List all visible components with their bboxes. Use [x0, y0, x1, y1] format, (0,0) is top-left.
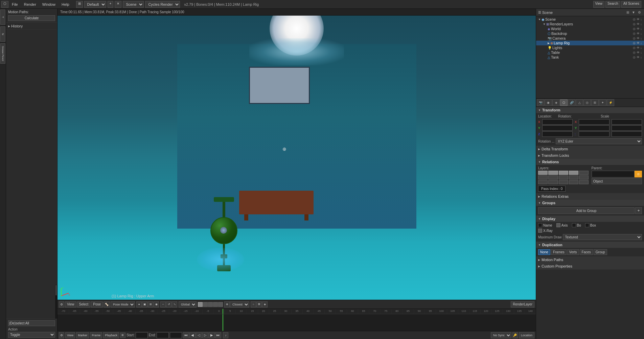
prop-tab-texture[interactable]: ⊞: [591, 99, 599, 106]
pose-icon[interactable]: 🦴: [104, 301, 110, 308]
deselect-button[interactable]: (De)select All: [8, 320, 55, 326]
pass-index-btn[interactable]: Pass Index:: 0: [538, 186, 566, 192]
play-reverse-btn[interactable]: ◁: [196, 332, 202, 338]
menu-help[interactable]: Help: [59, 2, 72, 7]
jump-end-btn[interactable]: ⏭: [215, 332, 221, 338]
transform-orientation-select[interactable]: Global: [179, 301, 197, 308]
table-render-icon[interactable]: ◎: [633, 51, 636, 54]
viewport-canvas[interactable]: ⊕ (1) Lamp Rig : Upper Arm X Y: [58, 16, 536, 300]
marker-btn[interactable]: Marker: [76, 332, 89, 338]
layer-11[interactable]: [538, 180, 548, 184]
scale-y-input[interactable]: 0.509: [612, 125, 642, 131]
frame-btn[interactable]: Frame: [90, 332, 102, 338]
options-tab[interactable]: N: [0, 26, 5, 42]
menu-file[interactable]: File: [9, 2, 21, 7]
viewport-persp-icon[interactable]: ●: [136, 301, 142, 308]
layer-btn-3[interactable]: [208, 302, 213, 307]
layer-btn-4[interactable]: [213, 302, 218, 307]
end-frame-input[interactable]: 120: [157, 332, 169, 338]
snap-mode-select[interactable]: Closest: [230, 301, 249, 308]
layer-10[interactable]: [579, 175, 589, 179]
prop-tab-scene[interactable]: ◉: [545, 99, 552, 106]
calculate-button[interactable]: Calculate: [8, 15, 55, 21]
location-y-input[interactable]: 0.000: [542, 125, 573, 131]
prop-tab-constraints[interactable]: 🔗: [568, 99, 575, 106]
layer-btn-5[interactable]: [218, 302, 223, 307]
prop-tab-material[interactable]: ◎: [583, 99, 591, 106]
outliner-options-icon[interactable]: ⚙: [637, 10, 642, 15]
world-vis-icon[interactable]: 👁: [637, 27, 640, 30]
menu-window[interactable]: Window: [40, 2, 58, 7]
prop-tab-physics[interactable]: ⚡: [607, 99, 614, 106]
box-checkbox[interactable]: [585, 223, 589, 227]
timeline-body[interactable]: [58, 314, 536, 331]
menu-render[interactable]: Render: [21, 2, 39, 7]
rotation-z-input[interactable]: -270°: [579, 131, 609, 137]
rl-vis-icon[interactable]: 👁: [637, 22, 640, 26]
scale-z-input[interactable]: 0.509: [612, 131, 642, 137]
timeline-settings-icon[interactable]: ⚙: [59, 332, 64, 338]
name-checkbox[interactable]: [538, 223, 542, 227]
layer-14[interactable]: [569, 180, 578, 184]
table-vis-icon[interactable]: 👁: [637, 51, 640, 54]
add-group-plus-btn[interactable]: +: [635, 207, 642, 214]
rotate-icon[interactable]: ↺: [166, 301, 171, 308]
play-btn[interactable]: ▷: [202, 332, 208, 338]
dup-verts-btn[interactable]: Verts: [567, 249, 579, 255]
select-button[interactable]: Select: [77, 301, 91, 308]
mode-select[interactable]: Pose Mode: [111, 301, 135, 308]
location-x-input[interactable]: 0.000: [542, 119, 573, 125]
view-icon[interactable]: View: [593, 1, 605, 8]
scroll-thumb[interactable]: [55, 285, 57, 295]
camera-vis-icon[interactable]: 👁: [637, 37, 640, 40]
next-frame-btn[interactable]: ▶: [209, 332, 215, 338]
view-button[interactable]: View: [65, 301, 76, 308]
lights-sel-icon[interactable]: ↓: [641, 46, 642, 49]
layer-3[interactable]: [559, 171, 568, 175]
backdrop-render-icon[interactable]: ◎: [633, 32, 636, 35]
lamprig-vis-icon[interactable]: 👁: [637, 41, 640, 45]
tree-item-scene[interactable]: ▼ ◉ Scene ◎ 👁 ↓: [536, 17, 644, 22]
mirror-icon[interactable]: ⌘: [256, 301, 262, 308]
screen-layout-icon[interactable]: ⊞: [76, 1, 83, 8]
tank-render-icon[interactable]: ◎: [633, 56, 636, 59]
scene-sel-icon[interactable]: ↓: [641, 18, 642, 21]
tree-item-world[interactable]: ◈ World ◎ 👁 ↓: [536, 26, 644, 31]
tree-item-camera[interactable]: 📷 Camera ◎ 👁 ↓: [536, 36, 644, 41]
layer-btn-1[interactable]: [198, 302, 203, 307]
motion-paths-prop-header[interactable]: ▶ Motion Paths: [536, 257, 644, 263]
axis-checkbox[interactable]: [556, 223, 560, 227]
layer-2[interactable]: [548, 171, 558, 175]
duplication-header[interactable]: ▼ Duplication: [536, 242, 644, 248]
tree-item-table[interactable]: △ Table ◎ 👁 ↓: [536, 50, 644, 55]
location-button[interactable]: Location: [519, 332, 534, 338]
lamprig-sel-icon[interactable]: ↓: [641, 41, 642, 45]
tree-item-lights[interactable]: 💡 Lights ◎ 👁 ↓: [536, 45, 644, 50]
transform-header[interactable]: ▼ Transform: [536, 107, 644, 113]
scene-add-icon[interactable]: +: [108, 1, 114, 8]
viewport-icon[interactable]: ⚙: [59, 301, 64, 308]
scene-render-icon[interactable]: ◎: [633, 18, 636, 21]
add-to-group-button[interactable]: Add to Group: [538, 207, 635, 214]
rl-render-icon[interactable]: ◎: [633, 22, 636, 26]
rotation-x-input[interactable]: 0°: [579, 119, 609, 125]
layer-13[interactable]: [559, 180, 568, 184]
blender-icon[interactable]: ⬡: [1, 1, 8, 8]
object-dropdown[interactable]: Object: [592, 178, 642, 184]
layer-15[interactable]: [579, 180, 589, 184]
layer-8[interactable]: [559, 175, 568, 179]
lights-render-icon[interactable]: ◎: [633, 46, 636, 49]
display-header[interactable]: ▼ Display: [536, 216, 644, 222]
parent-input[interactable]: [592, 171, 635, 177]
custom-props-header[interactable]: ▶ Custom Properties: [536, 263, 644, 269]
grease-pencil-tab[interactable]: Grease Pencil: [0, 43, 5, 64]
tools-tab[interactable]: T: [0, 9, 5, 25]
keying-icon[interactable]: 🔑: [512, 332, 518, 338]
tank-sel-icon[interactable]: ↓: [641, 56, 642, 59]
onion-icon[interactable]: ◈: [262, 301, 268, 308]
frame-mode-icon[interactable]: ⊞: [120, 333, 125, 338]
scale-x-input[interactable]: 0.509: [612, 119, 642, 125]
layer-1[interactable]: [538, 171, 548, 175]
parent-icon-btn[interactable]: ⊡: [635, 171, 642, 177]
layer-6[interactable]: [538, 175, 548, 179]
